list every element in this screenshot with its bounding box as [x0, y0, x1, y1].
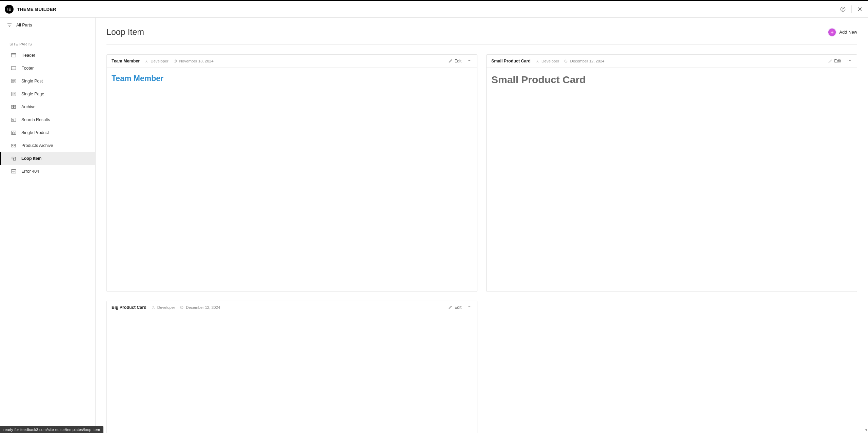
more-icon[interactable] — [467, 304, 472, 310]
card-author-label: Developer — [541, 59, 559, 63]
card-actions: Edit — [828, 58, 852, 64]
preview-title: Small Product Card — [491, 74, 852, 86]
app-title: THEME BUILDER — [17, 7, 56, 12]
svg-rect-0 — [7, 8, 8, 11]
more-icon[interactable] — [467, 58, 472, 64]
svg-rect-18 — [12, 105, 13, 107]
error-404-icon: 404 — [11, 169, 17, 174]
user-icon — [144, 59, 149, 63]
svg-point-39 — [469, 60, 470, 61]
card-preview[interactable] — [107, 314, 477, 433]
sidebar-item-label: Footer — [21, 66, 34, 71]
clock-icon — [564, 59, 568, 63]
template-card: Small Product CardDeveloperDecember 12, … — [486, 54, 857, 292]
sidebar-item-label: Header — [21, 53, 35, 58]
sidebar-item-label: Single Post — [21, 79, 43, 83]
svg-point-50 — [471, 306, 471, 307]
search-results-icon — [11, 117, 17, 122]
sidebar-item-products-archive[interactable]: Products Archive — [0, 139, 95, 152]
footer-icon — [11, 66, 17, 71]
svg-point-40 — [471, 60, 471, 61]
status-bar-text: ready-for-feedback3.com/site-editor/temp… — [3, 428, 100, 432]
svg-rect-21 — [14, 107, 16, 109]
preview-title: Team Member — [112, 74, 472, 83]
sidebar: All Parts SITE PARTS HeaderFooterSingle … — [0, 18, 96, 433]
clock-icon — [180, 305, 184, 309]
card-author-label: Developer — [157, 305, 175, 309]
close-icon[interactable] — [857, 6, 863, 12]
card-meta: Team MemberDeveloperNovember 18, 2024 — [112, 59, 214, 63]
single-page-icon — [11, 92, 17, 96]
brand: THEME BUILDER — [5, 5, 56, 14]
svg-point-46 — [153, 306, 154, 307]
svg-rect-30 — [14, 146, 16, 147]
archive-icon — [11, 105, 17, 109]
add-new-button[interactable]: Add New — [828, 29, 857, 36]
sidebar-section-title: SITE PARTS — [0, 33, 95, 49]
template-card: Team MemberDeveloperNovember 18, 2024Edi… — [106, 54, 477, 292]
sidebar-item-label: Search Results — [21, 117, 50, 122]
page-header: Loop Item Add New — [106, 24, 857, 45]
svg-point-43 — [848, 60, 848, 61]
svg-rect-9 — [11, 69, 16, 70]
pencil-icon — [828, 59, 832, 63]
card-actions: Edit — [448, 304, 472, 310]
sidebar-item-label: Loop Item — [21, 156, 42, 161]
sidebar-item-archive[interactable]: Archive — [0, 100, 95, 113]
pencil-icon — [448, 305, 452, 309]
edit-button[interactable]: Edit — [448, 305, 461, 310]
sidebar-list: HeaderFooterSingle PostSingle PageArchiv… — [0, 49, 95, 178]
sidebar-item-footer[interactable]: Footer — [0, 62, 95, 75]
svg-rect-15 — [12, 93, 13, 95]
card-preview[interactable]: Small Product Card — [487, 68, 857, 291]
pencil-icon — [448, 59, 452, 63]
card-author: Developer — [535, 59, 559, 63]
svg-text:404: 404 — [12, 171, 15, 173]
help-icon[interactable] — [840, 6, 846, 12]
status-bar: ready-for-feedback3.com/site-editor/temp… — [0, 426, 103, 433]
products-archive-icon — [11, 143, 17, 148]
user-icon — [535, 59, 539, 63]
layout: All Parts SITE PARTS HeaderFooterSingle … — [0, 18, 868, 433]
sidebar-item-loop-item[interactable]: Loop Item — [0, 152, 95, 165]
card-header: Big Product CardDeveloperDecember 12, 20… — [107, 301, 477, 314]
sidebar-item-label: Products Archive — [21, 143, 53, 148]
card-name: Small Product Card — [491, 59, 531, 63]
more-icon[interactable] — [847, 58, 852, 64]
plus-icon — [828, 29, 836, 36]
svg-rect-20 — [12, 107, 13, 109]
filter-icon — [7, 22, 12, 28]
sidebar-item-label: Single Product — [21, 130, 49, 135]
svg-point-45 — [850, 60, 851, 61]
card-date-label: November 18, 2024 — [179, 59, 214, 63]
card-date: December 12, 2024 — [564, 59, 604, 63]
sidebar-item-single-page[interactable]: Single Page — [0, 88, 95, 100]
svg-rect-28 — [14, 144, 16, 145]
sidebar-item-error-404[interactable]: 404Error 404 — [0, 165, 95, 178]
svg-point-5 — [843, 10, 843, 11]
header-icon — [11, 53, 17, 58]
card-author: Developer — [144, 59, 168, 63]
main: Loop Item Add New Team MemberDeveloperNo… — [96, 18, 868, 433]
clock-icon — [173, 59, 177, 63]
cards-grid: Team MemberDeveloperNovember 18, 2024Edi… — [106, 54, 857, 433]
svg-point-23 — [13, 119, 14, 120]
card-date-label: December 12, 2024 — [186, 305, 220, 309]
svg-point-33 — [15, 157, 16, 158]
card-date: December 12, 2024 — [180, 305, 220, 309]
sidebar-item-label: Single Page — [21, 92, 44, 96]
add-new-label: Add New — [839, 30, 857, 35]
card-header: Team MemberDeveloperNovember 18, 2024Edi… — [107, 55, 477, 68]
svg-point-44 — [849, 60, 850, 61]
sidebar-item-single-product[interactable]: Single Product — [0, 126, 95, 139]
sidebar-item-search-results[interactable]: Search Results — [0, 113, 95, 126]
edit-button[interactable]: Edit — [828, 59, 841, 63]
sidebar-all-parts[interactable]: All Parts — [0, 18, 95, 33]
card-preview[interactable]: Team Member — [107, 68, 477, 291]
sidebar-item-header[interactable]: Header — [0, 49, 95, 62]
svg-rect-29 — [12, 146, 13, 147]
svg-rect-7 — [11, 54, 16, 55]
sidebar-item-single-post[interactable]: Single Post — [0, 75, 95, 88]
sidebar-all-parts-label: All Parts — [16, 23, 32, 27]
edit-button[interactable]: Edit — [448, 59, 461, 63]
